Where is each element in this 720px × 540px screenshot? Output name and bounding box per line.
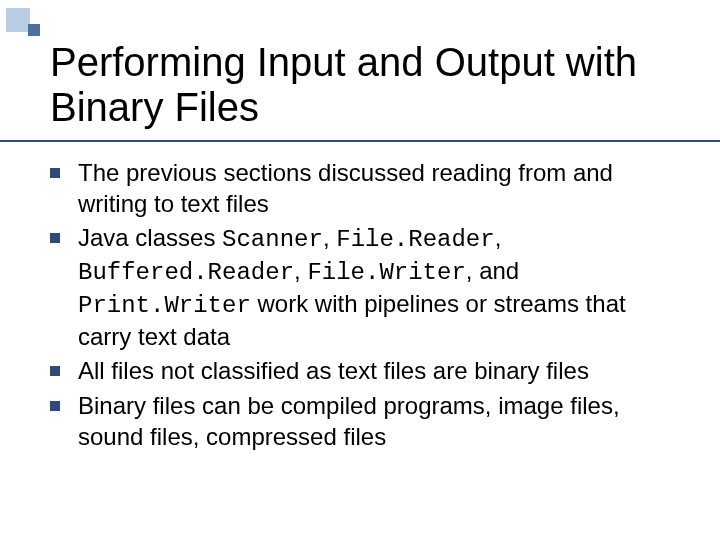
square-bullet-icon — [50, 401, 60, 411]
deco-square-large — [6, 8, 30, 32]
text-fragment: , — [495, 224, 502, 251]
bullet-text: The previous sections discussed reading … — [78, 158, 680, 219]
bullet-text: All files not classified as text files a… — [78, 356, 589, 387]
bullet-item: The previous sections discussed reading … — [50, 158, 680, 219]
bullet-item: Binary files can be compiled programs, i… — [50, 391, 680, 452]
bullet-text: Binary files can be compiled programs, i… — [78, 391, 680, 452]
square-bullet-icon — [50, 168, 60, 178]
text-fragment: , — [294, 257, 307, 284]
bullet-item: All files not classified as text files a… — [50, 356, 680, 387]
code-fragment: File.Reader — [336, 226, 494, 253]
text-fragment: , — [323, 224, 336, 251]
code-fragment: Scanner — [222, 226, 323, 253]
title-underline — [0, 140, 720, 142]
slide: Performing Input and Output with Binary … — [0, 0, 720, 540]
text-fragment: Java classes — [78, 224, 222, 251]
text-fragment: , and — [466, 257, 519, 284]
corner-decoration — [0, 0, 60, 44]
slide-title: Performing Input and Output with Binary … — [50, 40, 690, 130]
slide-body: The previous sections discussed reading … — [50, 158, 680, 456]
square-bullet-icon — [50, 366, 60, 376]
bullet-item: Java classes Scanner, File.Reader, Buffe… — [50, 223, 680, 352]
square-bullet-icon — [50, 233, 60, 243]
code-fragment: Buffered.Reader — [78, 259, 294, 286]
code-fragment: Print.Writer — [78, 292, 251, 319]
bullet-text: Java classes Scanner, File.Reader, Buffe… — [78, 223, 680, 352]
deco-square-small — [28, 24, 40, 36]
code-fragment: File.Writer — [307, 259, 465, 286]
